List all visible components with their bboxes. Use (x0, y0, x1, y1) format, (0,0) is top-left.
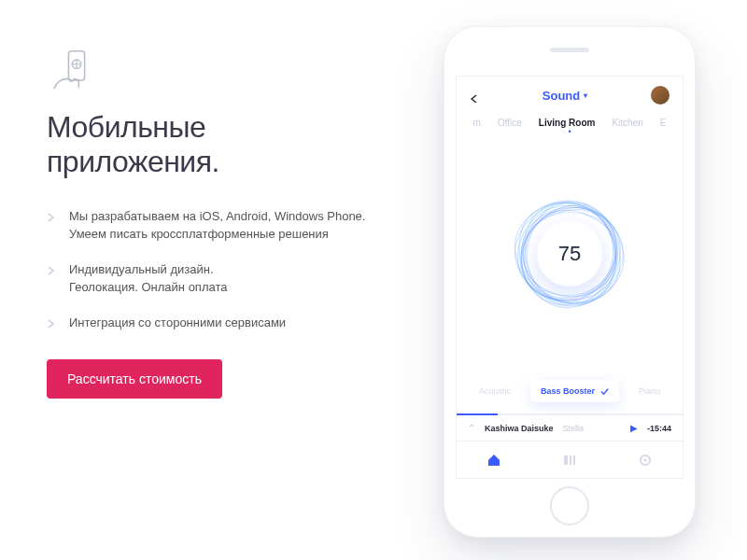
active-tab-indicator: • (457, 128, 683, 135)
room-tab[interactable]: Kitchen (612, 118, 642, 128)
feature-item: Мы разрабатываем на iOS, Android, Window… (47, 207, 402, 244)
preset-chip[interactable]: Piano (628, 380, 670, 402)
svg-point-6 (643, 458, 646, 461)
calculate-cost-button[interactable]: Рассчитать стоимость (47, 359, 222, 399)
play-icon[interactable]: ▶ (630, 423, 638, 433)
back-icon[interactable] (470, 91, 479, 100)
feature-item: Интеграция со сторонними сервисами (47, 314, 402, 332)
volume-visualizer[interactable]: 75 (495, 179, 644, 329)
track-title: Stella (563, 424, 585, 433)
track-progress[interactable] (457, 413, 683, 415)
chevron-right-icon (47, 315, 56, 325)
chevron-right-icon (47, 262, 56, 272)
list-icon[interactable] (562, 453, 577, 468)
screen-title[interactable]: Sound▾ (543, 89, 587, 103)
phone-mockup: Sound▾ m Office Living Room Kitchen E • (444, 26, 696, 538)
preset-chip[interactable]: Acoustic (469, 380, 521, 402)
svg-rect-3 (570, 455, 571, 465)
chevron-right-icon (47, 209, 56, 218)
avatar[interactable] (651, 86, 669, 105)
room-tab[interactable]: E (660, 118, 667, 128)
page-title: Мобильные приложения. (47, 110, 402, 179)
home-icon[interactable] (486, 453, 501, 468)
check-icon (600, 387, 609, 396)
chevron-down-icon: ▾ (584, 91, 587, 100)
chevron-up-icon[interactable]: ⌃ (468, 423, 475, 433)
svg-rect-4 (573, 455, 575, 465)
track-artist: Kashiwa Daisuke (485, 424, 554, 433)
now-playing-bar: ⌃ Kashiwa Daisuke Stella ▶ -15:44 (457, 415, 683, 441)
svg-rect-2 (564, 455, 568, 465)
volume-value: 75 (537, 221, 602, 287)
room-tab[interactable]: m (473, 118, 481, 128)
gear-icon[interactable] (638, 453, 653, 468)
room-tab-active[interactable]: Living Room (539, 118, 596, 128)
preset-chip-active[interactable]: Bass Booster (530, 380, 619, 402)
track-time: -15:44 (647, 424, 671, 433)
feature-item: Индивидуальный дизайн. Геолокация. Онлай… (47, 260, 402, 297)
room-tab[interactable]: Office (498, 118, 522, 128)
app-screen: Sound▾ m Office Living Room Kitchen E • (456, 76, 684, 479)
hand-phone-icon (47, 47, 93, 93)
